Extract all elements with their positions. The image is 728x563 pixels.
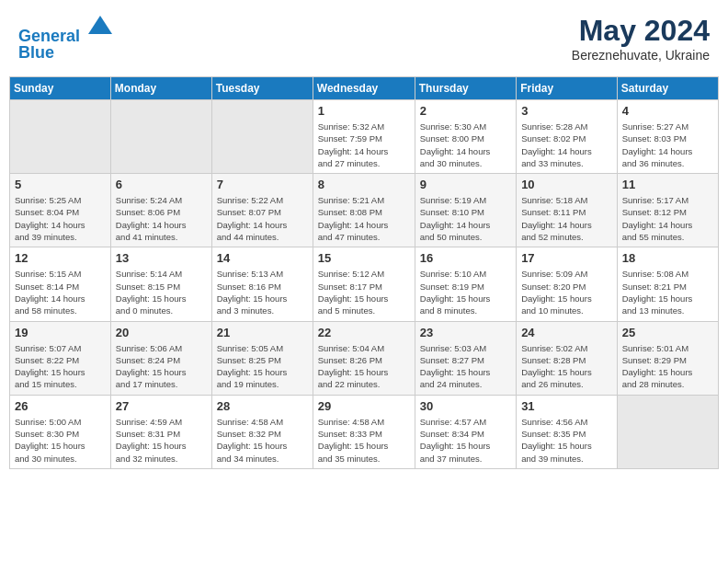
calendar-cell: 6Sunrise: 5:24 AM Sunset: 8:06 PM Daylig… xyxy=(110,174,211,247)
calendar-table: SundayMondayTuesdayWednesdayThursdayFrid… xyxy=(9,76,719,469)
day-info: Sunrise: 5:06 AM Sunset: 8:24 PM Dayligh… xyxy=(116,342,207,391)
day-info: Sunrise: 5:22 AM Sunset: 8:07 PM Dayligh… xyxy=(217,194,308,243)
day-number: 7 xyxy=(217,178,308,191)
day-info: Sunrise: 5:04 AM Sunset: 8:26 PM Dayligh… xyxy=(318,342,410,391)
calendar-cell: 22Sunrise: 5:04 AM Sunset: 8:26 PM Dayli… xyxy=(313,321,415,395)
day-info: Sunrise: 5:19 AM Sunset: 8:10 PM Dayligh… xyxy=(420,194,511,243)
page-header: General Blue May 2024 Bereznehuvate, Ukr… xyxy=(9,9,719,67)
day-number: 20 xyxy=(116,326,207,339)
logo-icon xyxy=(86,14,114,41)
day-info: Sunrise: 4:57 AM Sunset: 8:34 PM Dayligh… xyxy=(420,416,511,465)
calendar-cell xyxy=(617,395,718,468)
logo-text: General xyxy=(18,14,114,47)
day-info: Sunrise: 5:09 AM Sunset: 8:20 PM Dayligh… xyxy=(521,268,612,316)
day-number: 3 xyxy=(521,104,612,118)
calendar-cell: 8Sunrise: 5:21 AM Sunset: 8:08 PM Daylig… xyxy=(313,174,415,247)
day-number: 2 xyxy=(420,104,511,118)
location-subtitle: Bereznehuvate, Ukraine xyxy=(572,48,710,63)
calendar-cell: 2Sunrise: 5:30 AM Sunset: 8:00 PM Daylig… xyxy=(415,100,516,174)
day-info: Sunrise: 5:28 AM Sunset: 8:02 PM Dayligh… xyxy=(521,121,612,169)
day-number: 26 xyxy=(15,399,106,413)
calendar-week-row: 26Sunrise: 5:00 AM Sunset: 8:30 PM Dayli… xyxy=(10,395,719,468)
day-number: 1 xyxy=(318,104,410,118)
calendar-cell: 3Sunrise: 5:28 AM Sunset: 8:02 PM Daylig… xyxy=(517,100,618,174)
day-info: Sunrise: 4:56 AM Sunset: 8:35 PM Dayligh… xyxy=(521,416,612,465)
calendar-cell: 25Sunrise: 5:01 AM Sunset: 8:29 PM Dayli… xyxy=(617,321,718,395)
calendar-cell: 14Sunrise: 5:13 AM Sunset: 8:16 PM Dayli… xyxy=(211,247,313,321)
day-number: 13 xyxy=(116,251,207,265)
day-info: Sunrise: 5:21 AM Sunset: 8:08 PM Dayligh… xyxy=(318,194,410,243)
calendar-cell: 19Sunrise: 5:07 AM Sunset: 8:22 PM Dayli… xyxy=(10,321,111,395)
day-info: Sunrise: 5:12 AM Sunset: 8:17 PM Dayligh… xyxy=(318,268,410,316)
day-info: Sunrise: 5:17 AM Sunset: 8:12 PM Dayligh… xyxy=(622,194,713,243)
day-info: Sunrise: 4:59 AM Sunset: 8:31 PM Dayligh… xyxy=(116,416,207,465)
calendar-cell: 27Sunrise: 4:59 AM Sunset: 8:31 PM Dayli… xyxy=(110,395,211,468)
day-info: Sunrise: 5:30 AM Sunset: 8:00 PM Dayligh… xyxy=(420,121,511,169)
day-number: 31 xyxy=(521,399,612,413)
svg-marker-0 xyxy=(88,16,112,34)
day-info: Sunrise: 5:13 AM Sunset: 8:16 PM Dayligh… xyxy=(217,268,308,316)
calendar-cell: 29Sunrise: 4:58 AM Sunset: 8:33 PM Dayli… xyxy=(313,395,415,468)
day-number: 8 xyxy=(318,178,410,191)
weekday-header: Saturday xyxy=(617,77,718,100)
calendar-cell: 21Sunrise: 5:05 AM Sunset: 8:25 PM Dayli… xyxy=(211,321,313,395)
day-number: 28 xyxy=(217,399,308,413)
day-info: Sunrise: 5:32 AM Sunset: 7:59 PM Dayligh… xyxy=(318,121,410,169)
day-info: Sunrise: 5:03 AM Sunset: 8:27 PM Dayligh… xyxy=(420,342,511,391)
weekday-header: Thursday xyxy=(415,77,516,100)
day-number: 25 xyxy=(622,326,713,339)
day-number: 23 xyxy=(420,326,511,339)
calendar-cell: 7Sunrise: 5:22 AM Sunset: 8:07 PM Daylig… xyxy=(211,174,313,247)
day-info: Sunrise: 4:58 AM Sunset: 8:33 PM Dayligh… xyxy=(318,416,410,465)
calendar-cell: 26Sunrise: 5:00 AM Sunset: 8:30 PM Dayli… xyxy=(10,395,111,468)
calendar-cell: 1Sunrise: 5:32 AM Sunset: 7:59 PM Daylig… xyxy=(313,100,415,174)
calendar-cell: 4Sunrise: 5:27 AM Sunset: 8:03 PM Daylig… xyxy=(617,100,718,174)
day-number: 10 xyxy=(521,178,612,191)
day-number: 18 xyxy=(622,251,713,265)
day-info: Sunrise: 5:05 AM Sunset: 8:25 PM Dayligh… xyxy=(217,342,308,391)
weekday-header: Tuesday xyxy=(211,77,313,100)
calendar-cell: 17Sunrise: 5:09 AM Sunset: 8:20 PM Dayli… xyxy=(517,247,618,321)
day-info: Sunrise: 4:58 AM Sunset: 8:32 PM Dayligh… xyxy=(217,416,308,465)
calendar-cell: 23Sunrise: 5:03 AM Sunset: 8:27 PM Dayli… xyxy=(415,321,516,395)
month-year-title: May 2024 xyxy=(572,14,710,48)
calendar-cell xyxy=(10,100,111,174)
calendar-week-row: 12Sunrise: 5:15 AM Sunset: 8:14 PM Dayli… xyxy=(10,247,719,321)
day-info: Sunrise: 5:02 AM Sunset: 8:28 PM Dayligh… xyxy=(521,342,612,391)
day-info: Sunrise: 5:25 AM Sunset: 8:04 PM Dayligh… xyxy=(15,194,106,243)
day-number: 11 xyxy=(622,178,713,191)
day-info: Sunrise: 5:10 AM Sunset: 8:19 PM Dayligh… xyxy=(420,268,511,316)
day-info: Sunrise: 5:01 AM Sunset: 8:29 PM Dayligh… xyxy=(622,342,713,391)
calendar-week-row: 1Sunrise: 5:32 AM Sunset: 7:59 PM Daylig… xyxy=(10,100,719,174)
calendar-cell: 12Sunrise: 5:15 AM Sunset: 8:14 PM Dayli… xyxy=(10,247,111,321)
calendar-cell: 18Sunrise: 5:08 AM Sunset: 8:21 PM Dayli… xyxy=(617,247,718,321)
day-number: 29 xyxy=(318,399,410,413)
calendar-week-row: 19Sunrise: 5:07 AM Sunset: 8:22 PM Dayli… xyxy=(10,321,719,395)
weekday-header: Friday xyxy=(517,77,618,100)
day-number: 14 xyxy=(217,251,308,265)
day-info: Sunrise: 5:27 AM Sunset: 8:03 PM Dayligh… xyxy=(622,121,713,169)
day-info: Sunrise: 5:07 AM Sunset: 8:22 PM Dayligh… xyxy=(15,342,106,391)
day-number: 12 xyxy=(15,251,106,265)
day-number: 24 xyxy=(521,326,612,339)
weekday-header: Wednesday xyxy=(313,77,415,100)
day-number: 6 xyxy=(116,178,207,191)
day-number: 19 xyxy=(15,326,106,339)
calendar-cell: 15Sunrise: 5:12 AM Sunset: 8:17 PM Dayli… xyxy=(313,247,415,321)
calendar-cell: 11Sunrise: 5:17 AM Sunset: 8:12 PM Dayli… xyxy=(617,174,718,247)
day-number: 22 xyxy=(318,326,410,339)
calendar-cell xyxy=(110,100,211,174)
calendar-week-row: 5Sunrise: 5:25 AM Sunset: 8:04 PM Daylig… xyxy=(10,174,719,247)
day-info: Sunrise: 5:14 AM Sunset: 8:15 PM Dayligh… xyxy=(116,268,207,316)
weekday-header: Sunday xyxy=(10,77,111,100)
weekday-header: Monday xyxy=(110,77,211,100)
calendar-cell: 24Sunrise: 5:02 AM Sunset: 8:28 PM Dayli… xyxy=(517,321,618,395)
logo: General Blue xyxy=(18,14,114,63)
day-number: 21 xyxy=(217,326,308,339)
day-number: 9 xyxy=(420,178,511,191)
title-block: May 2024 Bereznehuvate, Ukraine xyxy=(572,14,710,63)
day-number: 15 xyxy=(318,251,410,265)
calendar-cell: 20Sunrise: 5:06 AM Sunset: 8:24 PM Dayli… xyxy=(110,321,211,395)
day-number: 27 xyxy=(116,399,207,413)
calendar-cell: 9Sunrise: 5:19 AM Sunset: 8:10 PM Daylig… xyxy=(415,174,516,247)
